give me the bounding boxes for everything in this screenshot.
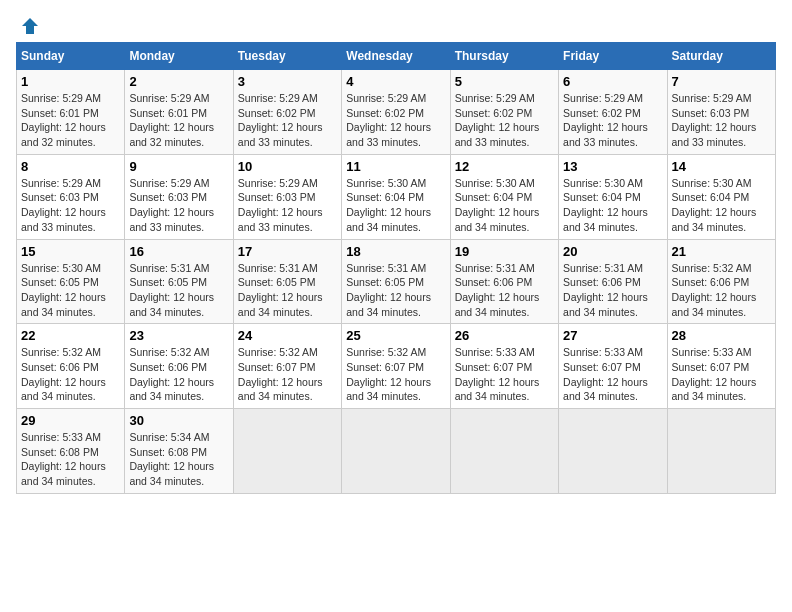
- day-number: 29: [21, 413, 120, 428]
- logo: [16, 16, 40, 32]
- day-info: Sunrise: 5:29 AMSunset: 6:02 PMDaylight:…: [563, 92, 648, 148]
- day-info: Sunrise: 5:29 AMSunset: 6:02 PMDaylight:…: [238, 92, 323, 148]
- calendar-cell: [342, 409, 450, 494]
- calendar-cell: [233, 409, 341, 494]
- day-info: Sunrise: 5:33 AMSunset: 6:08 PMDaylight:…: [21, 431, 106, 487]
- day-info: Sunrise: 5:29 AMSunset: 6:03 PMDaylight:…: [238, 177, 323, 233]
- calendar-cell: 16 Sunrise: 5:31 AMSunset: 6:05 PMDaylig…: [125, 239, 233, 324]
- weekday-header-monday: Monday: [125, 43, 233, 70]
- weekday-header-sunday: Sunday: [17, 43, 125, 70]
- calendar-cell: 20 Sunrise: 5:31 AMSunset: 6:06 PMDaylig…: [559, 239, 667, 324]
- calendar-week-row: 15 Sunrise: 5:30 AMSunset: 6:05 PMDaylig…: [17, 239, 776, 324]
- calendar-cell: 6 Sunrise: 5:29 AMSunset: 6:02 PMDayligh…: [559, 70, 667, 155]
- day-number: 23: [129, 328, 228, 343]
- calendar-cell: 3 Sunrise: 5:29 AMSunset: 6:02 PMDayligh…: [233, 70, 341, 155]
- day-number: 5: [455, 74, 554, 89]
- calendar-cell: 18 Sunrise: 5:31 AMSunset: 6:05 PMDaylig…: [342, 239, 450, 324]
- day-number: 26: [455, 328, 554, 343]
- calendar-cell: 9 Sunrise: 5:29 AMSunset: 6:03 PMDayligh…: [125, 154, 233, 239]
- calendar-cell: 12 Sunrise: 5:30 AMSunset: 6:04 PMDaylig…: [450, 154, 558, 239]
- calendar-cell: 4 Sunrise: 5:29 AMSunset: 6:02 PMDayligh…: [342, 70, 450, 155]
- calendar-cell: 24 Sunrise: 5:32 AMSunset: 6:07 PMDaylig…: [233, 324, 341, 409]
- day-info: Sunrise: 5:29 AMSunset: 6:01 PMDaylight:…: [129, 92, 214, 148]
- day-info: Sunrise: 5:30 AMSunset: 6:04 PMDaylight:…: [346, 177, 431, 233]
- day-info: Sunrise: 5:32 AMSunset: 6:06 PMDaylight:…: [129, 346, 214, 402]
- day-number: 18: [346, 244, 445, 259]
- day-info: Sunrise: 5:29 AMSunset: 6:02 PMDaylight:…: [455, 92, 540, 148]
- calendar-cell: 17 Sunrise: 5:31 AMSunset: 6:05 PMDaylig…: [233, 239, 341, 324]
- day-info: Sunrise: 5:31 AMSunset: 6:05 PMDaylight:…: [346, 262, 431, 318]
- day-number: 22: [21, 328, 120, 343]
- calendar-week-row: 1 Sunrise: 5:29 AMSunset: 6:01 PMDayligh…: [17, 70, 776, 155]
- day-number: 12: [455, 159, 554, 174]
- weekday-header-thursday: Thursday: [450, 43, 558, 70]
- calendar-cell: 27 Sunrise: 5:33 AMSunset: 6:07 PMDaylig…: [559, 324, 667, 409]
- logo-icon: [20, 16, 40, 36]
- day-number: 9: [129, 159, 228, 174]
- day-number: 11: [346, 159, 445, 174]
- day-number: 25: [346, 328, 445, 343]
- svg-marker-0: [22, 18, 38, 34]
- calendar-cell: 29 Sunrise: 5:33 AMSunset: 6:08 PMDaylig…: [17, 409, 125, 494]
- day-number: 16: [129, 244, 228, 259]
- day-info: Sunrise: 5:29 AMSunset: 6:03 PMDaylight:…: [672, 92, 757, 148]
- day-info: Sunrise: 5:32 AMSunset: 6:07 PMDaylight:…: [238, 346, 323, 402]
- calendar-week-row: 29 Sunrise: 5:33 AMSunset: 6:08 PMDaylig…: [17, 409, 776, 494]
- calendar-table: SundayMondayTuesdayWednesdayThursdayFrid…: [16, 42, 776, 494]
- calendar-cell: 10 Sunrise: 5:29 AMSunset: 6:03 PMDaylig…: [233, 154, 341, 239]
- calendar-cell: 15 Sunrise: 5:30 AMSunset: 6:05 PMDaylig…: [17, 239, 125, 324]
- day-info: Sunrise: 5:30 AMSunset: 6:04 PMDaylight:…: [672, 177, 757, 233]
- day-number: 6: [563, 74, 662, 89]
- calendar-cell: [450, 409, 558, 494]
- day-info: Sunrise: 5:30 AMSunset: 6:04 PMDaylight:…: [563, 177, 648, 233]
- day-number: 28: [672, 328, 771, 343]
- calendar-cell: [667, 409, 775, 494]
- day-info: Sunrise: 5:29 AMSunset: 6:03 PMDaylight:…: [129, 177, 214, 233]
- calendar-cell: 8 Sunrise: 5:29 AMSunset: 6:03 PMDayligh…: [17, 154, 125, 239]
- calendar-cell: 28 Sunrise: 5:33 AMSunset: 6:07 PMDaylig…: [667, 324, 775, 409]
- day-number: 7: [672, 74, 771, 89]
- weekday-header-row: SundayMondayTuesdayWednesdayThursdayFrid…: [17, 43, 776, 70]
- calendar-cell: 7 Sunrise: 5:29 AMSunset: 6:03 PMDayligh…: [667, 70, 775, 155]
- calendar-cell: [559, 409, 667, 494]
- day-info: Sunrise: 5:33 AMSunset: 6:07 PMDaylight:…: [672, 346, 757, 402]
- day-info: Sunrise: 5:31 AMSunset: 6:05 PMDaylight:…: [238, 262, 323, 318]
- calendar-cell: 14 Sunrise: 5:30 AMSunset: 6:04 PMDaylig…: [667, 154, 775, 239]
- day-number: 30: [129, 413, 228, 428]
- page-header: [16, 16, 776, 32]
- day-number: 17: [238, 244, 337, 259]
- day-number: 4: [346, 74, 445, 89]
- calendar-cell: 23 Sunrise: 5:32 AMSunset: 6:06 PMDaylig…: [125, 324, 233, 409]
- day-info: Sunrise: 5:33 AMSunset: 6:07 PMDaylight:…: [455, 346, 540, 402]
- calendar-cell: 26 Sunrise: 5:33 AMSunset: 6:07 PMDaylig…: [450, 324, 558, 409]
- day-info: Sunrise: 5:33 AMSunset: 6:07 PMDaylight:…: [563, 346, 648, 402]
- calendar-cell: 25 Sunrise: 5:32 AMSunset: 6:07 PMDaylig…: [342, 324, 450, 409]
- day-info: Sunrise: 5:31 AMSunset: 6:06 PMDaylight:…: [563, 262, 648, 318]
- day-number: 15: [21, 244, 120, 259]
- day-info: Sunrise: 5:30 AMSunset: 6:05 PMDaylight:…: [21, 262, 106, 318]
- day-number: 27: [563, 328, 662, 343]
- day-info: Sunrise: 5:32 AMSunset: 6:06 PMDaylight:…: [21, 346, 106, 402]
- calendar-cell: 11 Sunrise: 5:30 AMSunset: 6:04 PMDaylig…: [342, 154, 450, 239]
- day-number: 10: [238, 159, 337, 174]
- day-number: 2: [129, 74, 228, 89]
- day-number: 14: [672, 159, 771, 174]
- day-info: Sunrise: 5:31 AMSunset: 6:06 PMDaylight:…: [455, 262, 540, 318]
- day-number: 3: [238, 74, 337, 89]
- day-info: Sunrise: 5:29 AMSunset: 6:03 PMDaylight:…: [21, 177, 106, 233]
- day-number: 13: [563, 159, 662, 174]
- day-number: 19: [455, 244, 554, 259]
- weekday-header-wednesday: Wednesday: [342, 43, 450, 70]
- weekday-header-saturday: Saturday: [667, 43, 775, 70]
- calendar-cell: 30 Sunrise: 5:34 AMSunset: 6:08 PMDaylig…: [125, 409, 233, 494]
- day-info: Sunrise: 5:29 AMSunset: 6:01 PMDaylight:…: [21, 92, 106, 148]
- weekday-header-friday: Friday: [559, 43, 667, 70]
- calendar-week-row: 8 Sunrise: 5:29 AMSunset: 6:03 PMDayligh…: [17, 154, 776, 239]
- day-number: 21: [672, 244, 771, 259]
- calendar-cell: 22 Sunrise: 5:32 AMSunset: 6:06 PMDaylig…: [17, 324, 125, 409]
- day-number: 1: [21, 74, 120, 89]
- calendar-cell: 2 Sunrise: 5:29 AMSunset: 6:01 PMDayligh…: [125, 70, 233, 155]
- day-number: 24: [238, 328, 337, 343]
- day-info: Sunrise: 5:32 AMSunset: 6:06 PMDaylight:…: [672, 262, 757, 318]
- day-info: Sunrise: 5:32 AMSunset: 6:07 PMDaylight:…: [346, 346, 431, 402]
